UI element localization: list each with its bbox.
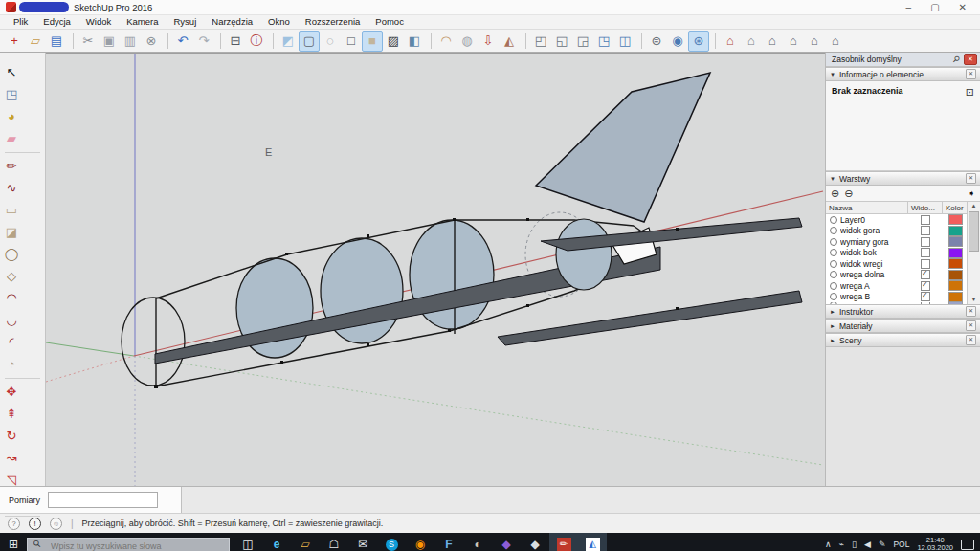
tool-rectangle[interactable]: ▭: [0, 199, 23, 221]
visibility-checkbox[interactable]: [921, 302, 930, 304]
layer-row-widok-wregi[interactable]: widok wregi: [826, 258, 968, 270]
taskbar-mail-button[interactable]: ✉: [348, 533, 377, 551]
scroll-down-icon[interactable]: ▼: [971, 296, 977, 304]
language-indicator[interactable]: POL: [893, 540, 909, 549]
tool-pie[interactable]: ◔: [0, 353, 23, 375]
toolbar-erase-button[interactable]: ⊗: [141, 31, 162, 52]
menu-okno[interactable]: Okno: [260, 15, 298, 29]
layer-radio[interactable]: [830, 238, 837, 246]
toolbar-wireframe-button[interactable]: ▢: [299, 31, 320, 52]
toolbar-drape-button[interactable]: ⇩: [478, 31, 499, 52]
tool-divider-3[interactable]: [0, 513, 45, 518]
clock[interactable]: 21:40 12.03.2020: [917, 537, 953, 551]
column-visible[interactable]: Wido...: [908, 202, 943, 213]
toolbar-back-edges-button[interactable]: ◌: [320, 31, 341, 52]
remove-layer-button[interactable]: ⊖: [844, 187, 853, 200]
toolbar-sandbox-from-scratch-button[interactable]: ◍: [457, 31, 478, 52]
layer-row-wymiary-gora[interactable]: wymiary gora: [826, 236, 968, 248]
menu-edycja[interactable]: Edycja: [35, 15, 78, 29]
toolbar-make-group-button[interactable]: ◰: [530, 31, 551, 52]
entity-info-close-icon[interactable]: ✕: [966, 69, 976, 79]
minimize-button[interactable]: –: [906, 3, 912, 12]
toolbar-model-info-button[interactable]: ⓘ: [246, 31, 267, 52]
help-icon[interactable]: ?: [8, 518, 20, 530]
notification-center-icon[interactable]: [961, 540, 974, 550]
tool-three-point-arc[interactable]: ◜: [0, 331, 23, 353]
layer-radio[interactable]: [830, 293, 837, 300]
taskbar-photos-button[interactable]: ◭: [578, 533, 607, 551]
toolbar-top-view-button[interactable]: ⌂: [741, 31, 762, 52]
visibility-checkbox[interactable]: [921, 248, 930, 257]
network-icon[interactable]: ⌁: [839, 540, 844, 549]
layer-color-swatch[interactable]: [948, 280, 963, 291]
tool-rotate[interactable]: ↻: [0, 425, 23, 447]
tool-eraser[interactable]: ▰: [0, 127, 23, 149]
section-close-icon[interactable]: ✕: [966, 306, 976, 317]
layers-header[interactable]: ▼ Warstwy ✕: [826, 171, 980, 186]
tool-line[interactable]: ✏: [0, 155, 23, 177]
column-color[interactable]: Kolor: [943, 202, 968, 213]
layer-row-wrega-dolna[interactable]: wrega dolna: [826, 270, 968, 281]
section-instruktor[interactable]: ► Instruktor ✕: [826, 304, 980, 319]
layer-color-swatch[interactable]: [948, 248, 963, 258]
entity-info-header[interactable]: ▼ Informacje o elemencie ✕: [826, 67, 980, 81]
start-button[interactable]: ⊞: [0, 533, 27, 551]
menu-narzedzia[interactable]: Narzędzia: [204, 15, 260, 29]
taskbar-file-explorer-button[interactable]: ▱: [291, 533, 320, 551]
restore-button[interactable]: ▢: [930, 3, 939, 12]
menu-kamera[interactable]: Kamera: [119, 15, 166, 29]
toolbar-undo-button[interactable]: ↶: [172, 31, 193, 52]
toolbar-open-button[interactable]: ▱: [25, 31, 46, 52]
toolbar-shaded-textures-button[interactable]: ▨: [383, 31, 404, 52]
visibility-checkbox[interactable]: [921, 292, 930, 301]
menu-rozszerzenia[interactable]: Rozszerzenia: [298, 15, 368, 29]
drawing-canvas[interactable]: E: [46, 53, 825, 486]
taskbar-edge-button[interactable]: e: [262, 533, 291, 551]
geolocation-icon[interactable]: !: [29, 518, 41, 530]
toolbar-lock-button[interactable]: ◳: [593, 31, 614, 52]
toolbar-unlock-button[interactable]: ◫: [614, 31, 635, 52]
visibility-checkbox[interactable]: [921, 270, 930, 279]
section-materialy[interactable]: ► Materiały ✕: [826, 319, 980, 333]
section-close-icon[interactable]: ✕: [966, 335, 976, 345]
tool-make-component[interactable]: ◳: [0, 83, 23, 105]
column-name[interactable]: Nazwa: [826, 202, 908, 213]
taskbar-skype-button[interactable]: S: [377, 533, 406, 551]
add-layer-button[interactable]: ⊕: [831, 187, 839, 200]
toolbar-print-button[interactable]: ⊟: [225, 31, 246, 52]
toolbar-monochrome-button[interactable]: ◧: [404, 31, 425, 52]
toolbar-right-view-button[interactable]: ⌂: [783, 31, 804, 52]
layer-color-swatch[interactable]: [948, 214, 963, 225]
layer-color-swatch[interactable]: [948, 236, 963, 247]
taskbar-inkscape-button[interactable]: ◆: [521, 533, 549, 551]
toolbar-save-button[interactable]: ▤: [46, 31, 67, 52]
toolbar-cut-button[interactable]: ✂: [78, 31, 99, 52]
layer-color-swatch[interactable]: [948, 226, 963, 236]
taskbar-firefox-button[interactable]: ◉: [406, 533, 434, 551]
tool-two-point-arc[interactable]: ◡: [0, 309, 23, 331]
tool-push-pull[interactable]: ⇞: [0, 403, 23, 425]
tool-polygon[interactable]: ◇: [0, 265, 23, 287]
layer-row-item-8[interactable]: [826, 302, 968, 304]
tool-divider-1[interactable]: [0, 149, 45, 155]
layer-row-widok-gora[interactable]: widok gora: [826, 226, 968, 237]
visibility-checkbox[interactable]: [921, 281, 930, 291]
visibility-checkbox[interactable]: [921, 237, 930, 247]
layer-color-swatch[interactable]: [948, 292, 963, 302]
layer-row-widok-bok[interactable]: widok bok: [826, 248, 968, 259]
layer-row-layer0[interactable]: Layer0: [826, 214, 968, 226]
layer-radio[interactable]: [830, 260, 837, 268]
toolbar-front-view-button[interactable]: ⌂: [762, 31, 783, 52]
toolbar-left-view-button[interactable]: ⌂: [825, 31, 846, 52]
scroll-up-icon[interactable]: ▲: [971, 202, 977, 210]
battery-icon[interactable]: ▯: [852, 540, 857, 549]
visibility-checkbox[interactable]: [921, 215, 930, 225]
toolbar-iso-view-button[interactable]: ⌂: [720, 31, 741, 52]
tool-freehand[interactable]: ∿: [0, 177, 23, 199]
toolbar-smoove-button[interactable]: ◭: [499, 31, 520, 52]
layer-row-wrega-a[interactable]: wrega A: [826, 280, 968, 292]
toolbar-explode-button[interactable]: ◲: [572, 31, 593, 52]
layer-row-wrega-b[interactable]: wrega B: [826, 292, 968, 303]
layer-color-swatch[interactable]: [948, 302, 963, 304]
toolbar-orbit-camera-button[interactable]: ◉: [667, 31, 688, 52]
